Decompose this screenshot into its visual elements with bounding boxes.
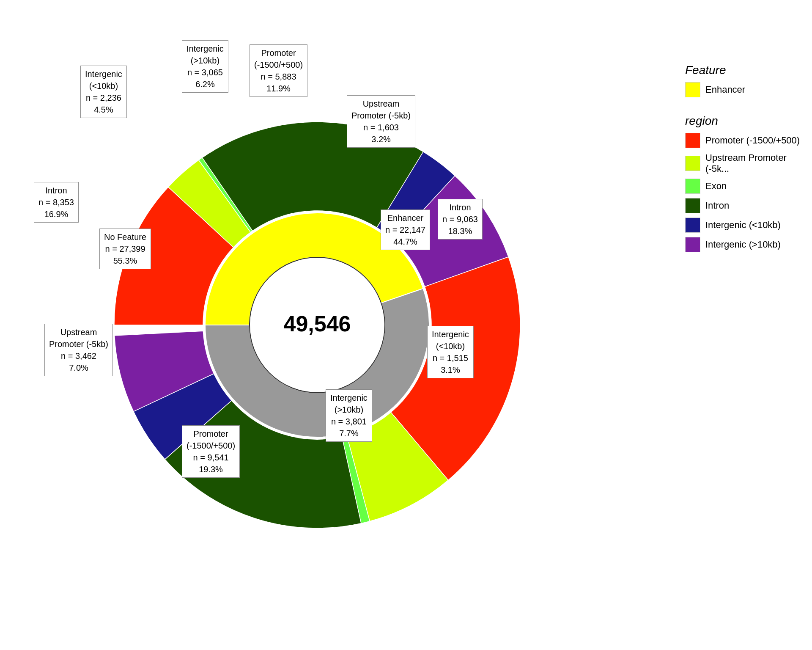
legend-label: Intergenic (>10kb) [705, 239, 781, 250]
center-value-text: 49,546 [283, 311, 351, 336]
legend-item: Intergenic (<10kb) [685, 218, 804, 233]
legend-item: Promoter (-1500/+500) [685, 133, 804, 148]
region-legend-section: region Promoter (-1500/+500)Upstream Pro… [685, 114, 804, 252]
legend-container: Feature Enhancer region Promoter (-1500/… [685, 63, 804, 269]
legend-color-swatch [685, 237, 700, 252]
legend-label: Promoter (-1500/+500) [705, 135, 800, 146]
legend-item: Enhancer [685, 82, 804, 97]
feature-legend-title: Feature [685, 63, 804, 77]
legend-color-swatch [685, 156, 700, 171]
legend-label: Intron [705, 200, 729, 211]
legend-label: Exon [705, 181, 727, 192]
legend-item: Intron [685, 198, 804, 213]
legend-color-swatch [685, 82, 700, 97]
legend-color-swatch [685, 198, 700, 213]
legend-color-swatch [685, 179, 700, 194]
legend-item: Exon [685, 179, 804, 194]
legend-item: Intergenic (>10kb) [685, 237, 804, 252]
legend-color-swatch [685, 218, 700, 233]
feature-legend-section: Feature Enhancer [685, 63, 804, 97]
region-legend-title: region [685, 114, 804, 128]
donut-chart: 49,546 [85, 92, 550, 558]
legend-color-swatch [685, 133, 700, 148]
legend-label: Enhancer [705, 84, 745, 95]
legend-item: Upstream Promoter (-5k... [685, 152, 804, 174]
legend-label: Intergenic (<10kb) [705, 220, 781, 231]
chart-container: 49,546 [21, 21, 613, 629]
legend-label: Upstream Promoter (-5k... [705, 152, 804, 174]
